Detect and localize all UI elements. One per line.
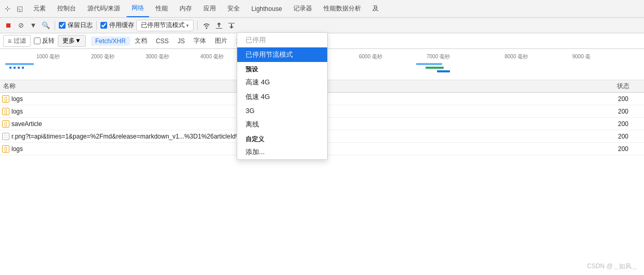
type-pill-font[interactable]: 字体: [189, 35, 210, 46]
filter-bar: ≡ 过滤 反转 更多▼ Fetch/XHR 文档 CSS JS 字体 图片 媒体…: [0, 33, 644, 49]
filter-icon[interactable]: ▼: [28, 20, 38, 31]
xhr-icon-3: {}: [2, 120, 9, 128]
xhr-icon-5: {}: [2, 145, 9, 153]
ruler-mark-6: 6000 毫秒: [359, 53, 382, 60]
filter-input[interactable]: ≡ 过滤: [3, 35, 31, 47]
nav-tab-lighthouse[interactable]: Lighthouse: [246, 0, 287, 17]
table-header: 名称 状态: [0, 80, 644, 93]
nav-tab-sources[interactable]: 源代码/来源: [82, 0, 125, 17]
wifi-icon[interactable]: [201, 20, 212, 31]
network-table: 名称 状态 {} logs 200 {} logs 200 {} saveArt…: [0, 80, 644, 275]
upload-icon[interactable]: [214, 20, 224, 31]
type-pill-wasm[interactable]: Wasm: [294, 36, 320, 46]
ruler-mark-2: 2000 毫秒: [91, 53, 114, 60]
throttle-button[interactable]: 已停用节流模式 ▾: [136, 20, 194, 31]
invert-checkbox[interactable]: 反转: [34, 36, 55, 45]
nav-tab-memory[interactable]: 内存: [174, 0, 197, 17]
row-status-1: 200: [602, 95, 644, 103]
nav-tab-application[interactable]: 应用: [198, 0, 221, 17]
ruler-mark-4: 4000 毫秒: [200, 53, 224, 60]
type-pill-doc[interactable]: 文档: [131, 35, 151, 46]
net-bar-1: [5, 63, 34, 65]
inspect-icon[interactable]: ⊹: [2, 4, 12, 14]
type-pill-img[interactable]: 图片: [211, 35, 231, 46]
nav-tab-console[interactable]: 控制台: [52, 0, 81, 17]
main-content: ⏹ ⊘ ▼ 🔍 保留日志 停用缓存 已停用节流模式 ▾: [0, 18, 644, 275]
type-pill-js[interactable]: JS: [173, 36, 189, 46]
preserve-log-checkbox[interactable]: 保留日志: [59, 21, 93, 30]
timeline-bars: [0, 61, 644, 80]
divider-1: [55, 21, 55, 30]
device-icon[interactable]: ◱: [15, 4, 25, 14]
top-nav: ⊹ ◱ 元素 控制台 源代码/来源 网络 性能 内存 应用 安全 Lightho…: [0, 0, 644, 18]
net-bar-5: [437, 70, 450, 72]
nav-tab-performance[interactable]: 性能: [150, 0, 173, 17]
download-icon[interactable]: [226, 20, 237, 31]
ruler-mark-3: 3000 毫秒: [146, 53, 169, 60]
filter-funnel-icon: ≡: [8, 38, 11, 45]
table-row[interactable]: {} logs 200: [0, 105, 644, 118]
row-name-3: {} saveArticle: [0, 120, 602, 128]
xhr-icon-2: {}: [2, 108, 9, 115]
col-name-header: 名称: [0, 82, 602, 91]
divider-3: [197, 21, 198, 30]
type-pill-ws[interactable]: WS: [275, 36, 293, 46]
ruler-mark-9: 9000 毫: [572, 53, 590, 60]
type-pill-xhr[interactable]: Fetch/XHR: [91, 36, 130, 46]
nav-tab-security[interactable]: 安全: [222, 0, 245, 17]
table-row[interactable]: {} logs 200: [0, 143, 644, 155]
throttle-dropdown-arrow: ▾: [186, 23, 189, 28]
row-name-4: □ r.png?t=api&times=1&page=%2Fmd&release…: [0, 133, 602, 140]
nav-icon-group: ⊹ ◱: [2, 4, 25, 14]
nav-tab-perf-insights[interactable]: 性能数据分析: [318, 0, 366, 17]
ruler-mark-5: 5000 毫秒: [291, 53, 315, 60]
type-pills: Fetch/XHR 文档 CSS JS 字体 图片 媒体 清单 WS Wasm: [91, 35, 319, 46]
disable-cache-checkbox[interactable]: 停用缓存: [100, 21, 134, 30]
type-pill-media[interactable]: 媒体: [232, 35, 253, 46]
row-status-2: 200: [602, 108, 644, 115]
row-status-5: 200: [602, 145, 644, 153]
type-pill-css[interactable]: CSS: [152, 36, 173, 46]
table-row[interactable]: {} logs 200: [0, 93, 644, 105]
row-name-2: {} logs: [0, 108, 602, 115]
nav-tab-network[interactable]: 网络: [126, 0, 149, 17]
ruler-mark-7: 7000 毫秒: [427, 53, 450, 60]
net-bar-3: [416, 63, 442, 65]
table-row[interactable]: □ r.png?t=api&times=1&page=%2Fmd&release…: [0, 130, 644, 143]
nav-tab-elements[interactable]: 元素: [28, 0, 51, 17]
ruler-mark-1: 1000 毫秒: [36, 53, 60, 60]
row-status-4: 200: [602, 133, 644, 140]
search-icon[interactable]: 🔍: [41, 20, 51, 31]
timeline[interactable]: 1000 毫秒 2000 毫秒 3000 毫秒 4000 毫秒 5000 毫秒 …: [0, 49, 644, 80]
table-row[interactable]: {} saveArticle 200: [0, 118, 644, 130]
type-pill-manifest[interactable]: 清单: [253, 35, 274, 46]
watermark: CSDN @＿如风＿: [587, 262, 638, 271]
row-name-1: {} logs: [0, 95, 602, 103]
toolbar: ⏹ ⊘ ▼ 🔍 保留日志 停用缓存 已停用节流模式 ▾: [0, 18, 644, 33]
more-filter-button[interactable]: 更多▼: [58, 35, 86, 47]
clear-icon[interactable]: ⊘: [16, 20, 26, 31]
nav-tab-more[interactable]: 及: [367, 0, 384, 17]
net-bar-2: [9, 67, 25, 69]
net-bar-4: [426, 67, 444, 69]
img-icon-4: □: [2, 133, 9, 140]
col-status-header: 状态: [602, 82, 644, 91]
stop-recording-icon[interactable]: ⏹: [3, 20, 14, 31]
xhr-icon-1: {}: [2, 95, 9, 103]
row-status-3: 200: [602, 120, 644, 128]
divider-2: [96, 21, 97, 30]
row-name-5: {} logs: [0, 145, 602, 153]
nav-tab-recorder[interactable]: 记录器: [288, 0, 317, 17]
ruler-mark-8: 8000 毫秒: [505, 53, 528, 60]
timeline-ruler: 1000 毫秒 2000 毫秒 3000 毫秒 4000 毫秒 5000 毫秒 …: [0, 51, 644, 59]
